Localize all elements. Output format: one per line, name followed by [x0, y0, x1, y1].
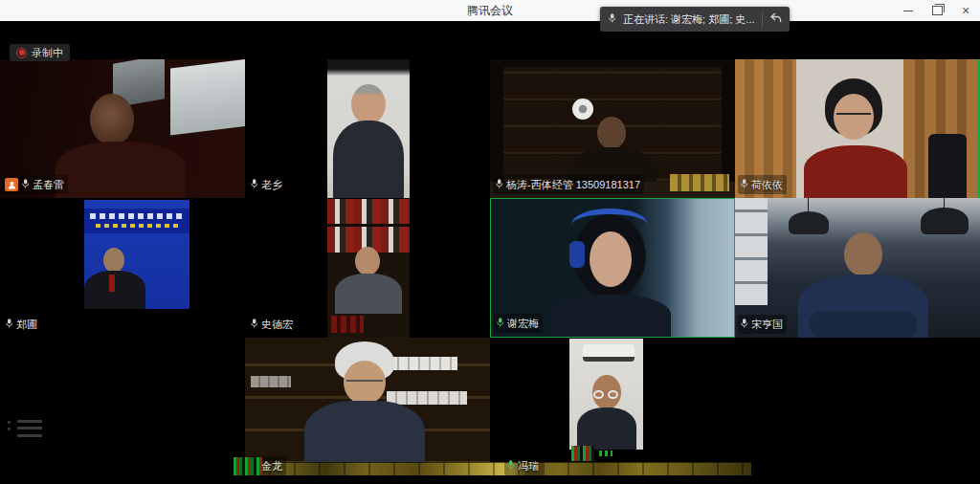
- clipped-video-strip[interactable]: 金龙 冯瑞: [244, 462, 751, 475]
- white-binders: [251, 376, 291, 387]
- participant-head: [590, 231, 632, 287]
- faint-dot: [8, 421, 11, 424]
- minimize-icon: [903, 11, 913, 11]
- video-noise-artifact: [571, 446, 594, 461]
- video-tile-yangtao[interactable]: 杨涛-西体经管 13509181317: [490, 59, 735, 198]
- microphone-icon: [506, 457, 515, 474]
- participant-name: 冯瑞: [518, 459, 539, 473]
- banner-text-row: [96, 224, 178, 228]
- blue-banner: [84, 209, 189, 233]
- video-tile-laoxiang[interactable]: 老乡: [245, 59, 490, 198]
- glasses: [593, 390, 604, 399]
- red-tie: [109, 275, 115, 292]
- banner-divider: [762, 12, 763, 27]
- participant-body: [804, 145, 907, 198]
- participant-name: 谢宏梅: [507, 317, 539, 331]
- participant-body: [550, 295, 671, 338]
- participant-head: [597, 117, 626, 149]
- hanging-lamp: [921, 208, 969, 234]
- participant-name: 老乡: [261, 178, 282, 192]
- participant-name: 孟春雷: [33, 178, 64, 192]
- maximize-button[interactable]: [923, 0, 951, 21]
- minimize-button[interactable]: [894, 0, 923, 21]
- wall-disc: [572, 99, 593, 120]
- name-label: 冯瑞: [504, 456, 543, 475]
- microphone-icon: [740, 316, 748, 333]
- white-binders: [389, 357, 457, 370]
- title-bar[interactable]: 腾讯会议 ×: [0, 0, 980, 21]
- video-tile-xiehongmei-active-speaker[interactable]: 谢宏梅: [490, 198, 735, 338]
- microphone-icon: [496, 315, 504, 332]
- glasses: [346, 380, 383, 386]
- participant-head: [355, 247, 380, 275]
- microphone-icon: [250, 176, 258, 193]
- name-label: 宋亨国: [738, 315, 787, 334]
- participant-body: [84, 271, 145, 309]
- close-button[interactable]: ×: [951, 0, 980, 21]
- lit-shelf-items: [670, 174, 729, 191]
- recording-badge[interactable]: 录制中: [10, 44, 70, 61]
- participant-head: [844, 232, 882, 276]
- microphone-icon: [740, 176, 748, 193]
- video-tile-zhengpu[interactable]: 郑圃: [0, 198, 245, 338]
- now-speaking-text: 正在讲话: 谢宏梅; 郑圃; 史...: [623, 12, 755, 27]
- window-panels: [735, 198, 768, 305]
- video-tile-fengrui[interactable]: [490, 338, 735, 475]
- air-conditioner: [583, 344, 635, 362]
- white-binders: [387, 391, 467, 405]
- name-label: 孟春雷: [3, 175, 68, 194]
- name-label: 杨涛-西体经管 13509181317: [493, 175, 644, 194]
- participant-name: 郑圃: [16, 318, 37, 332]
- name-label: 荷依依: [738, 175, 787, 194]
- microphone-icon: [608, 11, 616, 28]
- window-light: [170, 59, 245, 136]
- participant-head: [90, 94, 134, 145]
- participant-name: 史德宏: [261, 318, 293, 332]
- video-tile-mengchunlei[interactable]: 孟春雷: [0, 59, 245, 198]
- participant-body: [577, 407, 636, 450]
- meeting-window: 腾讯会议 × 正在讲话: 谢宏梅; 郑圃; 史... 录制中 孟春雷: [0, 0, 980, 484]
- video-tile-shidehong[interactable]: 史德宏: [245, 198, 490, 338]
- window-title: 腾讯会议: [467, 3, 513, 19]
- video-tile-dark[interactable]: [735, 338, 980, 475]
- shelf-line: [327, 224, 410, 227]
- record-icon: [16, 48, 27, 58]
- recording-label: 录制中: [32, 46, 63, 60]
- microphone-icon: [495, 176, 503, 193]
- portrait-video: [327, 59, 410, 198]
- headphone-cup: [569, 241, 585, 268]
- name-label: 史德宏: [248, 315, 297, 334]
- faint-bar: [17, 434, 42, 437]
- hanging-lamp: [789, 211, 829, 234]
- faint-bar: [17, 420, 42, 423]
- participant-body: [56, 142, 186, 198]
- chair: [928, 134, 967, 198]
- window-controls: ×: [894, 0, 980, 21]
- video-tile-jinlong[interactable]: [245, 338, 490, 475]
- participant-name: 宋亨国: [751, 318, 783, 332]
- now-speaking-banner[interactable]: 正在讲话: 谢宏梅; 郑圃; 史...: [600, 7, 790, 32]
- video-noise-artifact: [599, 451, 612, 456]
- portrait-video: [569, 339, 643, 450]
- reply-arrow-icon[interactable]: [769, 11, 782, 28]
- portrait-video: [327, 199, 410, 338]
- participant-body: [333, 121, 404, 198]
- name-label: 郑圃: [3, 315, 41, 334]
- video-tile-dark[interactable]: [0, 338, 245, 475]
- video-tile-heyiyi[interactable]: 荷依依: [735, 59, 980, 198]
- crossed-arms: [810, 311, 917, 338]
- participant-name: 杨涛-西体经管 13509181317: [506, 178, 640, 192]
- video-tile-songhengguo[interactable]: 宋亨国: [735, 198, 980, 338]
- participant-name: 荷依依: [751, 178, 783, 192]
- name-label: 谢宏梅: [494, 314, 543, 333]
- banner-text-row: [90, 213, 184, 219]
- participant-head: [351, 84, 386, 124]
- participant-head: [103, 248, 124, 273]
- faint-bar: [17, 427, 42, 429]
- name-label: 老乡: [248, 175, 286, 194]
- faint-dot: [8, 428, 11, 430]
- close-icon: ×: [962, 4, 969, 17]
- video-noise-artifact: [234, 457, 262, 475]
- host-person-badge-icon: [5, 178, 18, 191]
- glasses: [608, 390, 618, 399]
